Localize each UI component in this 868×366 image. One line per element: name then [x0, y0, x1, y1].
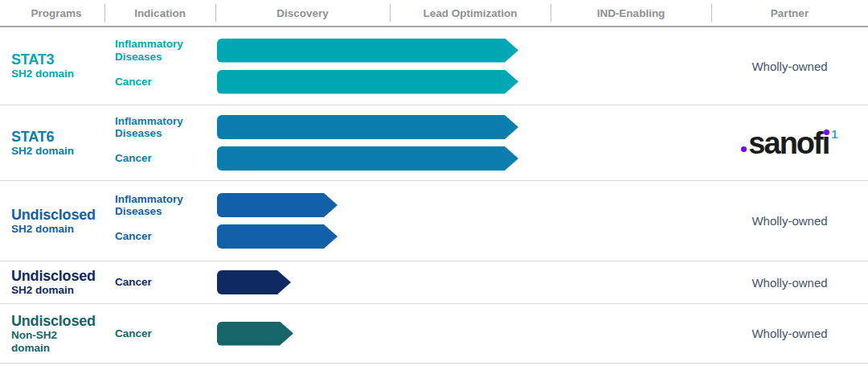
indication-cell: Cancer [104, 270, 215, 294]
column-header-label: Partner [771, 7, 809, 19]
stage-bars-cell [215, 39, 711, 94]
program-name: STAT3 [11, 51, 104, 68]
partner-label: Wholly-owned [751, 276, 827, 290]
program-domain: SH2 domain [11, 223, 88, 236]
indication-cell: Inflammatory Diseases Cancer [104, 39, 215, 94]
indication-label: Cancer [115, 70, 205, 94]
pipeline-arrow [217, 193, 338, 217]
program-row-stat3: STAT3 SH2 domain Inflammatory Diseases C… [0, 27, 868, 105]
indication-label: Inflammatory Diseases [115, 115, 205, 139]
column-divider [390, 4, 391, 22]
program-cell: Undisclosed SH2 domain [0, 268, 104, 297]
program-domain: SH2 domain [11, 284, 88, 297]
program-row-stat6: STAT6 SH2 domain Inflammatory Diseases C… [0, 105, 868, 181]
column-header-label: Programs [31, 7, 81, 19]
sanofi-i-dot-icon [824, 130, 829, 135]
pipeline-arrow [217, 70, 518, 94]
program-cell: Undisclosed SH2 domain [0, 207, 104, 236]
stage-bars-cell [215, 322, 711, 346]
column-header-ind-enabling: IND-Enabling [551, 0, 711, 26]
program-domain: SH2 domain [11, 68, 88, 80]
partner-cell: Wholly-owned [711, 214, 868, 228]
pipeline-arrow [217, 146, 518, 171]
indication-cell: Inflammatory Diseases Cancer [104, 115, 215, 171]
pipeline-arrow [217, 224, 338, 249]
column-header-label: Discovery [276, 7, 329, 19]
program-domain: SH2 domain [11, 145, 88, 158]
column-divider [104, 4, 105, 22]
pipeline-arrow [217, 115, 518, 139]
program-name: Undisclosed [11, 313, 104, 329]
sanofi-logo: sanof ı 1 [741, 128, 837, 158]
program-cell: Undisclosed Non-SH2 domain [0, 313, 104, 354]
stage-bars-cell [215, 193, 711, 249]
sanofi-purple-dot-icon [741, 146, 747, 152]
program-name: Undisclosed [11, 268, 104, 284]
indication-cell: Cancer [104, 322, 215, 346]
column-header-indication: Indication [104, 0, 215, 26]
partner-cell: Wholly-owned [711, 327, 868, 340]
partner-cell: sanof ı 1 [711, 128, 868, 158]
program-row-undisclosed-sh2-b: Undisclosed SH2 domain Cancer Wholly-own… [0, 261, 868, 304]
partner-label: Wholly-owned [751, 214, 827, 228]
column-header-lead-optimization: Lead Optimization [390, 0, 551, 26]
program-name: Undisclosed [11, 207, 104, 223]
indication-label: Inflammatory Diseases [115, 193, 205, 217]
column-divider [711, 4, 712, 22]
indication-label: Cancer [115, 224, 205, 249]
column-header-label: IND-Enabling [597, 7, 665, 19]
pipeline-header: Programs Indication Discovery Lead Optim… [0, 0, 868, 27]
partner-label: Wholly-owned [751, 327, 827, 340]
program-domain: Non-SH2 domain [11, 329, 88, 354]
stage-bars-cell [215, 270, 711, 294]
pipeline-board: Programs Indication Discovery Lead Optim… [0, 0, 868, 366]
column-header-label: Lead Optimization [423, 7, 517, 19]
indication-label: Inflammatory Diseases [115, 39, 205, 63]
pipeline-arrow [217, 39, 518, 63]
pipeline-arrow [217, 322, 293, 346]
sanofi-footnote-superscript: 1 [831, 128, 837, 140]
column-header-programs: Programs [0, 0, 104, 26]
partner-cell: Wholly-owned [711, 60, 868, 73]
indication-label: Cancer [115, 270, 205, 294]
program-row-undisclosed-sh2-a: Undisclosed SH2 domain Inflammatory Dise… [0, 181, 868, 261]
column-header-partner: Partner [711, 0, 868, 26]
program-cell: STAT3 SH2 domain [0, 51, 104, 80]
column-divider [215, 4, 216, 22]
program-name: STAT6 [11, 129, 104, 145]
sanofi-logo-i: ı [822, 128, 831, 158]
pipeline-arrow [217, 270, 291, 294]
indication-cell: Inflammatory Diseases Cancer [104, 193, 215, 249]
sanofi-logo-text: sanof [748, 128, 821, 158]
indication-label: Cancer [115, 146, 205, 171]
column-divider [551, 4, 551, 22]
partner-cell: Wholly-owned [711, 276, 868, 290]
partner-label: Wholly-owned [751, 60, 827, 73]
program-row-undisclosed-non-sh2: Undisclosed Non-SH2 domain Cancer Wholly… [0, 304, 868, 364]
program-cell: STAT6 SH2 domain [0, 129, 104, 158]
indication-label: Cancer [115, 322, 205, 346]
column-header-discovery: Discovery [215, 0, 390, 26]
stage-bars-cell [215, 115, 711, 171]
column-header-label: Indication [134, 7, 186, 19]
